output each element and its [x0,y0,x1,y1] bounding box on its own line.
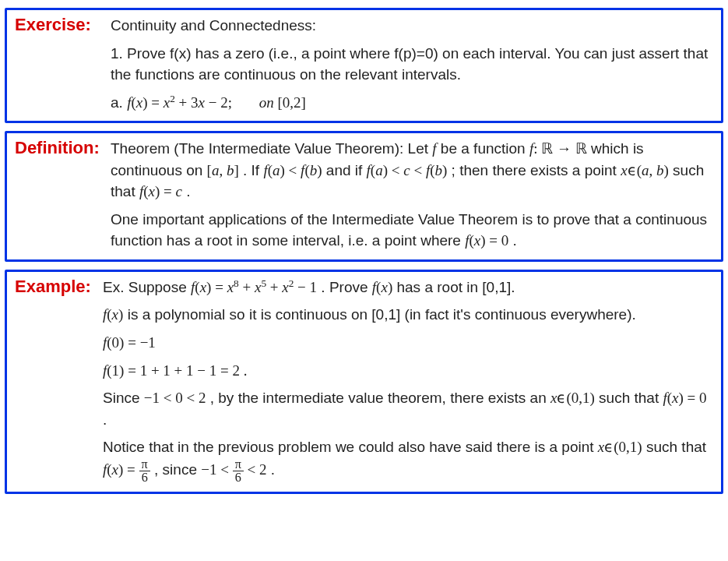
document-page: Exercise: Continuity and Connectedness: … [0,0,728,510]
ivt-application: One important applications of the Interm… [111,209,713,252]
example-f1: f(1) = 1 + 1 + 1 − 1 = 2 . [103,360,713,382]
item-a-function: f(x) = x2 + 3x − 2; [127,94,236,111]
example-continuous: f(x) is a polynomial so it is continuous… [103,304,713,326]
example-fn: f(x) = x8 + x5 + x2 − 1 [191,279,317,295]
ivt-map: f: ℝ → ℝ [529,140,587,157]
ivt-interval: [a, b] [207,162,239,178]
exercise-title: Continuity and Connectedness: [111,15,713,37]
exercise-item-1: 1. Prove f(x) has a zero (i.e., a point … [111,43,713,86]
example-body: Ex. Suppose f(x) = x8 + x5 + x2 − 1 . Pr… [103,277,713,484]
example-statement: Ex. Suppose f(x) = x8 + x5 + x2 − 1 . Pr… [103,277,713,298]
definition-body: Theorem (The Intermediate Value Theorem)… [111,138,713,252]
exercise-body: Continuity and Connectedness: 1. Prove f… [111,15,713,113]
example-remark: Notice that in the previous problem we c… [103,436,713,484]
example-conclusion: Since −1 < 0 < 2 , by the intermediate v… [103,387,713,430]
ivt-theorem-statement: Theorem (The Intermediate Value Theorem)… [111,138,713,203]
pi-over-6: π6 [139,458,150,484]
ivt-root-eq: f(x) = 0 [465,232,508,249]
ivt-f: f [432,140,436,157]
ivt-eq: f(x) = c [139,183,182,199]
ivt-ineq2: f(a) < c < f(b) [367,162,448,178]
example-fx: f(x) [372,279,392,295]
item-a-prefix: a. [111,94,127,111]
item-a-interval: on [0,2] [259,94,306,111]
exercise-box: Exercise: Continuity and Connectedness: … [5,8,723,123]
exercise-item-a: a. f(x) = x2 + 3x − 2; on [0,2] [111,92,713,114]
pi-over-6-b: π6 [233,458,244,484]
definition-box: Definition: Theorem (The Intermediate Va… [5,131,723,262]
exercise-label: Exercise: [15,15,104,35]
example-box: Example: Ex. Suppose f(x) = x8 + x5 + x2… [5,270,723,494]
example-f0: f(0) = −1 [103,332,713,354]
definition-label: Definition: [15,138,104,158]
ivt-point: xϵ(a, b) [621,162,669,178]
example-label: Example: [15,277,97,297]
ivt-ineq1: f(a) < f(b) [263,162,322,178]
